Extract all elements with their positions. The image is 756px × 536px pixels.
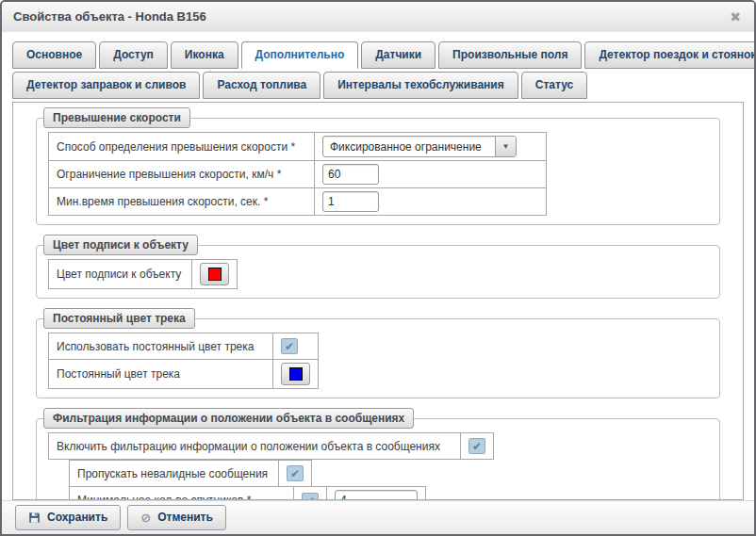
speeding-method-label: Способ определения превышения скорости * (49, 133, 315, 161)
tab-content-dopolnitelno: Превышение скорости Способ определения п… (12, 102, 744, 500)
fieldset-speeding: Превышение скорости Способ определения п… (36, 118, 720, 225)
track-color-label: Постоянный цвет трека (49, 360, 273, 389)
min-satellites-label: Минимальное кол-во спутников * (70, 487, 294, 501)
fieldset-label-color: Цвет подписи к объекту Цвет подписи к об… (36, 245, 720, 299)
track-color-use-label: Использовать постоянный цвет трека (49, 333, 273, 360)
cancel-button-label: Отменить (157, 511, 213, 524)
save-button-label: Сохранить (47, 511, 107, 524)
speeding-method-select[interactable]: Фиксированное ограничение ▼ (322, 136, 517, 157)
track-color-picker-button[interactable] (281, 363, 310, 385)
tab-osnovnoe[interactable]: Основное (12, 41, 96, 69)
speeding-table: Способ определения превышения скорости *… (48, 132, 547, 216)
tab-dopolnitelno[interactable]: Дополнительно (241, 41, 359, 69)
fieldset-track-color-legend: Постоянный цвет трека (43, 308, 195, 329)
label-color-picker-button[interactable] (200, 263, 229, 285)
track-color-swatch (289, 367, 303, 381)
tab-proizvolnye-polya[interactable]: Произвольные поля (438, 41, 582, 69)
tab-datchiki[interactable]: Датчики (361, 41, 436, 69)
save-icon (28, 512, 41, 524)
table-row: Пропускать невалидные сообщения ✔ (70, 461, 312, 487)
speeding-method-value: Фиксированное ограничение (323, 137, 495, 156)
dialog-title: Свойства объекта - Honda B156 (13, 9, 728, 24)
table-row: Минимальное кол-во спутников * ✔ (70, 487, 426, 501)
label-color-label: Цвет подписи к объекту (49, 260, 192, 289)
filtering-enable-label: Включить фильтрацию информации о положен… (49, 433, 461, 460)
tab-status[interactable]: Статус (521, 72, 587, 99)
skip-invalid-table: Пропускать невалидные сообщения ✔ (69, 460, 312, 487)
tab-row-1: Основное Доступ Иконка Дополнительно Дат… (12, 41, 744, 69)
filtering-values-table: Минимальное кол-во спутников * ✔ Максима… (69, 486, 426, 500)
tab-intervaly-to[interactable]: Интервалы техобслуживания (323, 72, 518, 99)
min-satellites-input[interactable] (335, 490, 418, 500)
label-color-table: Цвет подписи к объекту (48, 259, 238, 289)
table-row: Мин.время превышения скорости, сек. * (49, 188, 547, 216)
cancel-icon: ⊘ (140, 512, 151, 524)
filtering-enable-checkbox[interactable]: ✔ (468, 438, 485, 454)
table-row: Включить фильтрацию информации о положен… (49, 433, 494, 460)
filtering-enable-table: Включить фильтрацию информации о положен… (48, 432, 494, 460)
tab-dostup[interactable]: Доступ (99, 41, 168, 69)
object-properties-dialog: Свойства объекта - Honda B156 ✖ Основное… (0, 0, 756, 536)
label-color-swatch (208, 268, 222, 281)
table-row: Способ определения превышения скорости *… (49, 133, 547, 161)
filtering-sub-options: Пропускать невалидные сообщения ✔ Минима… (69, 460, 708, 500)
tab-detektor-zapravok[interactable]: Детектор заправок и сливов (12, 72, 200, 99)
table-row: Постоянный цвет трека (49, 360, 319, 389)
skip-invalid-label: Пропускать невалидные сообщения (70, 461, 279, 487)
chevron-down-icon[interactable]: ▼ (495, 137, 516, 156)
tab-ikonka[interactable]: Иконка (171, 41, 238, 69)
fieldset-label-color-legend: Цвет подписи к объекту (43, 235, 198, 255)
track-color-table: Использовать постоянный цвет трека ✔ Пос… (48, 333, 319, 389)
fieldset-speeding-legend: Превышение скорости (43, 107, 190, 128)
tab-detektor-poezdok[interactable]: Детектор поездок и стоянок (584, 41, 754, 69)
dialog-body: Основное Доступ Иконка Дополнительно Дат… (2, 32, 754, 500)
dialog-footer: Сохранить ⊘ Отменить (2, 500, 754, 534)
speeding-min-time-label: Мин.время превышения скорости, сек. * (49, 188, 315, 216)
table-row: Цвет подписи к объекту (49, 260, 238, 289)
table-row: Использовать постоянный цвет трека ✔ (49, 333, 319, 360)
cancel-button[interactable]: ⊘ Отменить (127, 505, 226, 530)
fieldset-filtering-legend: Фильтрация информации о положении объект… (43, 408, 414, 429)
skip-invalid-checkbox[interactable]: ✔ (287, 465, 304, 481)
fieldset-filtering: Фильтрация информации о положении объект… (36, 418, 720, 500)
speeding-limit-label: Ограничение превышения скорости, км/ч * (49, 161, 315, 188)
table-row: Ограничение превышения скорости, км/ч * (49, 161, 547, 188)
tab-rashod-topliva[interactable]: Расход топлива (203, 72, 320, 99)
min-satellites-checkbox[interactable]: ✔ (302, 493, 319, 501)
save-button[interactable]: Сохранить (15, 505, 121, 530)
tab-row-2: Детектор заправок и сливов Расход топлив… (12, 72, 744, 99)
fieldset-track-color: Постоянный цвет трека Использовать посто… (36, 318, 720, 398)
track-color-use-checkbox[interactable]: ✔ (281, 338, 298, 354)
close-icon[interactable]: ✖ (728, 8, 743, 25)
dialog-titlebar: Свойства объекта - Honda B156 ✖ (2, 2, 754, 32)
speeding-min-time-input[interactable] (322, 191, 379, 212)
speeding-limit-input[interactable] (322, 164, 379, 185)
